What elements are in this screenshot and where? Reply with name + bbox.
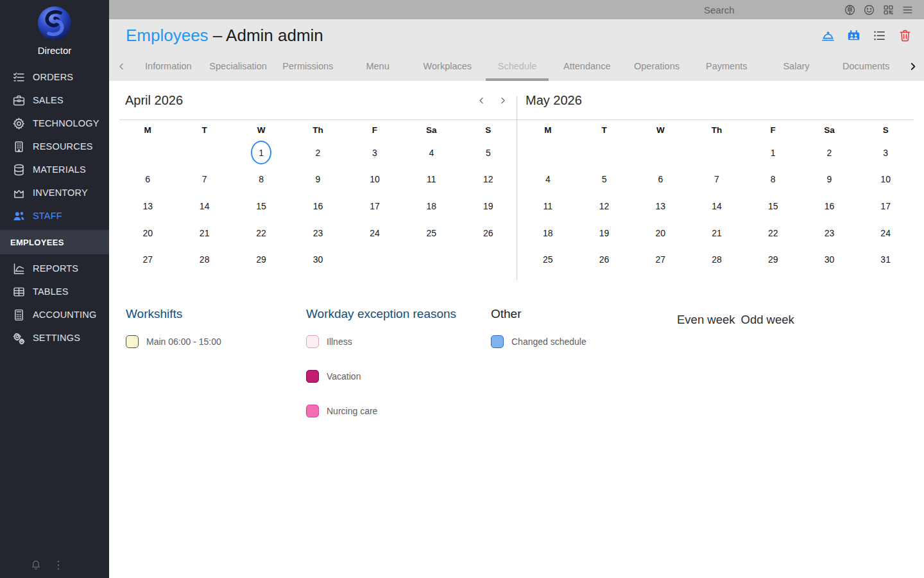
sidebar-item-inventory[interactable]: INVENTORY — [0, 181, 109, 204]
sidebar-item-materials[interactable]: MATERIALS — [0, 158, 109, 181]
brain-button[interactable] — [844, 4, 856, 16]
calendar-day[interactable]: 14 — [176, 193, 232, 220]
cloche-button[interactable] — [821, 28, 835, 43]
calendar-day[interactable]: 1 — [233, 139, 289, 166]
smiley-button[interactable] — [863, 4, 875, 16]
sidebar-item-employees[interactable]: EMPLOYEES — [0, 230, 109, 254]
calendar-day[interactable]: 17 — [346, 193, 403, 220]
calendar-day[interactable]: 14 — [689, 193, 745, 220]
calendar-day[interactable]: 9 — [801, 166, 858, 193]
qr-code-button[interactable] — [882, 4, 894, 16]
calendar-day[interactable]: 28 — [689, 246, 745, 273]
sidebar-item-tables[interactable]: TABLES — [0, 280, 109, 303]
calendar-day[interactable]: 18 — [520, 220, 576, 247]
calendar-day[interactable]: 29 — [745, 246, 801, 273]
calendar-day[interactable]: 12 — [576, 193, 633, 220]
tab-attendance[interactable]: Attendance — [552, 51, 622, 81]
calendar-day[interactable]: 8 — [233, 166, 289, 193]
tab-operations[interactable]: Operations — [622, 51, 692, 81]
sidebar-item-staff[interactable]: STAFF — [0, 204, 109, 227]
calendar-day[interactable]: 24 — [346, 220, 403, 247]
calendar-day[interactable]: 17 — [857, 193, 914, 220]
calendar-day[interactable]: 23 — [289, 220, 346, 247]
tab-menu[interactable]: Menu — [343, 51, 413, 81]
calendar-day[interactable]: 2 — [801, 139, 858, 166]
kebab-menu-button[interactable] — [52, 559, 65, 572]
calendar-day[interactable]: 10 — [857, 166, 914, 193]
calendar-day[interactable]: 21 — [176, 220, 232, 247]
calendar-day[interactable]: 21 — [689, 220, 745, 247]
even-week-toggle[interactable]: Even week — [677, 313, 735, 327]
calendar-day[interactable]: 22 — [233, 220, 289, 247]
list-button[interactable] — [872, 28, 887, 43]
hamburger-menu-button[interactable] — [902, 4, 914, 16]
calendar-day[interactable]: 29 — [233, 246, 289, 273]
sidebar-item-sales[interactable]: SALES — [0, 89, 109, 112]
sidebar-item-reports[interactable]: REPORTS — [0, 257, 109, 280]
calendar-day[interactable]: 8 — [745, 166, 801, 193]
calendar-prev-button[interactable] — [477, 96, 486, 105]
sidebar-item-accounting[interactable]: ACCOUNTING — [0, 303, 109, 326]
calendar-day[interactable]: 18 — [403, 193, 459, 220]
calendar-day[interactable]: 3 — [346, 139, 403, 166]
calendar-day[interactable]: 7 — [689, 166, 745, 193]
sidebar-item-technology[interactable]: TECHNOLOGY — [0, 112, 109, 135]
calendar-day[interactable]: 5 — [576, 166, 633, 193]
calendar-day[interactable]: 7 — [176, 166, 232, 193]
calendar-day[interactable]: 1 — [745, 139, 801, 166]
tab-permissions[interactable]: Permissions — [273, 51, 343, 81]
calendar-day[interactable]: 12 — [460, 166, 517, 193]
calendar-day[interactable]: 25 — [403, 220, 459, 247]
calendar-day[interactable]: 6 — [632, 166, 689, 193]
calendar-day[interactable]: 15 — [233, 193, 289, 220]
calendar-day[interactable]: 3 — [857, 139, 914, 166]
sidebar-item-orders[interactable]: ORDERS — [0, 66, 109, 89]
tab-salary[interactable]: Salary — [762, 51, 832, 81]
tabs-scroll-left-button[interactable] — [109, 62, 133, 71]
app-logo[interactable] — [0, 0, 109, 42]
bell-button[interactable] — [30, 559, 42, 572]
calendar-day[interactable]: 6 — [119, 166, 176, 193]
calendar-day[interactable]: 9 — [289, 166, 346, 193]
tab-documents[interactable]: Documents — [831, 51, 901, 81]
calendar-day[interactable]: 25 — [520, 246, 576, 273]
calendar-day[interactable]: 28 — [176, 246, 232, 273]
calendar-day[interactable]: 30 — [801, 246, 858, 273]
calendar-day[interactable]: 11 — [520, 193, 576, 220]
calendar-day[interactable]: 27 — [632, 246, 689, 273]
tab-specialisation[interactable]: Specialisation — [203, 51, 273, 81]
calendar-day[interactable]: 31 — [857, 246, 914, 273]
calendar-day[interactable]: 22 — [745, 220, 801, 247]
calendar-next-button[interactable] — [498, 96, 508, 105]
calendar-day[interactable]: 26 — [576, 246, 633, 273]
calendar-day[interactable]: 30 — [289, 246, 346, 273]
calendar-day[interactable]: 13 — [119, 193, 176, 220]
tab-payments[interactable]: Payments — [692, 51, 762, 81]
calendar-day[interactable]: 15 — [745, 193, 801, 220]
sidebar-item-resources[interactable]: RESOURCES — [0, 135, 109, 158]
team-calendar-button[interactable] — [846, 28, 861, 43]
calendar-day[interactable]: 20 — [119, 220, 176, 247]
trash-button[interactable] — [898, 28, 912, 43]
calendar-day[interactable]: 4 — [520, 166, 576, 193]
calendar-day[interactable]: 20 — [632, 220, 689, 247]
calendar-day[interactable]: 26 — [460, 220, 517, 247]
calendar-day[interactable]: 27 — [119, 246, 176, 273]
search-input[interactable]: Search — [704, 4, 735, 15]
calendar-day[interactable]: 10 — [346, 166, 403, 193]
sidebar-item-settings[interactable]: SETTINGS — [0, 326, 109, 349]
calendar-day[interactable]: 13 — [632, 193, 689, 220]
tabs-scroll-right-button[interactable] — [901, 61, 924, 72]
calendar-day[interactable]: 16 — [289, 193, 346, 220]
calendar-day[interactable]: 19 — [576, 220, 633, 247]
calendar-day[interactable]: 5 — [460, 139, 517, 166]
calendar-day[interactable]: 24 — [857, 220, 914, 247]
calendar-day[interactable]: 23 — [801, 220, 858, 247]
tab-schedule[interactable]: Schedule — [483, 51, 552, 81]
tab-workplaces[interactable]: Workplaces — [413, 51, 483, 81]
calendar-day[interactable]: 2 — [289, 139, 346, 166]
odd-week-toggle[interactable]: Odd week — [741, 313, 794, 327]
calendar-day[interactable]: 11 — [403, 166, 459, 193]
calendar-day[interactable]: 4 — [403, 139, 459, 166]
calendar-day[interactable]: 19 — [460, 193, 517, 220]
